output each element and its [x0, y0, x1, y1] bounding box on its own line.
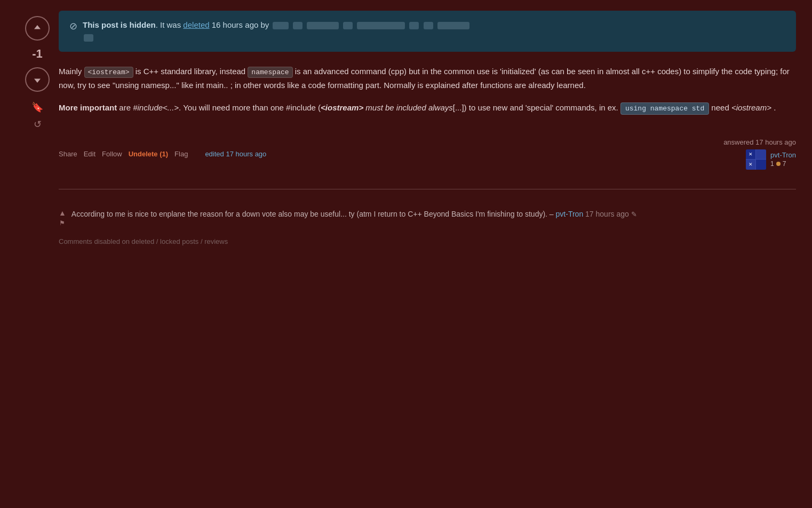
avatar: ✕ ✕: [746, 149, 766, 170]
redacted-name-7: [424, 22, 433, 29]
bookmark-icon[interactable]: 🔖: [31, 101, 43, 113]
section-divider: [59, 189, 796, 189]
comment-body: According to me is nice to enplane the r…: [71, 209, 637, 227]
redacted-name-1: [273, 22, 289, 29]
redacted-name-5: [357, 22, 405, 29]
upvote-button[interactable]: [25, 16, 50, 41]
comment-flag-icon[interactable]: ⚑: [59, 219, 65, 227]
avatar-cell-2: [756, 149, 766, 160]
downvote-button[interactable]: [25, 67, 50, 92]
post-body: Mainly <iostream> is C++ standard librar…: [59, 65, 796, 123]
avatar-cell-1: ✕: [746, 149, 756, 160]
hidden-text-strong: This post is hidden: [83, 20, 156, 29]
code-iostream: <iostream>: [84, 67, 133, 78]
action-icons: 🔖 ↺: [31, 101, 43, 130]
redacted-name-3: [307, 22, 339, 29]
comments-disabled-notice: Comments disabled on deleted / locked po…: [59, 233, 796, 245]
paragraph-2-end: .: [771, 103, 776, 112]
paragraph-2-mid2: . You will need more than one #include (: [179, 103, 321, 112]
hidden-text-before-link: . It was: [156, 20, 184, 29]
flag-link[interactable]: Flag: [174, 150, 188, 158]
comment-username[interactable]: pvt-Tron: [556, 210, 584, 218]
paragraph-1-start: Mainly: [59, 67, 84, 76]
comment-upvote-icon[interactable]: ▲: [59, 209, 66, 217]
bold-italic-iostream: <iostream>: [321, 103, 363, 112]
comment-vote-col: ▲ ⚑: [59, 209, 66, 227]
edited-link[interactable]: edited 17 hours ago: [205, 150, 266, 158]
paragraph-1-mid: is C++ standard library, instead: [133, 67, 248, 76]
italic-must-be: must be included always: [363, 103, 453, 112]
paragraph-2-mid3: [...]) to use new and 'special' commands…: [453, 103, 620, 112]
hidden-banner: ⊘ This post is hidden. It was deleted 16…: [59, 11, 796, 52]
comment-edit-icon[interactable]: ✎: [631, 210, 637, 218]
comment-item: ▲ ⚑ According to me is nice to enplane t…: [59, 209, 796, 227]
undelete-button[interactable]: Undelete (1): [129, 150, 168, 158]
code-using-namespace-std: using namespace std: [620, 102, 709, 115]
more-important-text: More important: [59, 103, 117, 112]
paragraph-2-mid4: need: [709, 103, 731, 112]
code-namespace: namespace: [248, 67, 292, 78]
comment-text: According to me is nice to enplane the r…: [71, 210, 556, 218]
comment-time: 17 hours ago: [583, 210, 629, 218]
paragraph-2: More important are #include<...>. You wi…: [59, 101, 796, 115]
deleted-link[interactable]: deleted: [183, 20, 209, 29]
downvote-icon: [33, 75, 42, 84]
avatar-cell-4: [756, 160, 766, 170]
hidden-text-after-link: 16 hours ago by: [210, 20, 269, 29]
answer-info: answered 17 hours ago ✕ ✕ pvt-Tron: [723, 138, 796, 170]
answered-text: answered 17 hours ago: [723, 138, 796, 146]
post-footer: Share Edit Follow Undelete (1) Flag edit…: [59, 132, 796, 176]
rep-score-2: 7: [783, 160, 786, 168]
redacted-name-9: [84, 34, 93, 42]
hidden-text: This post is hidden. It was deleted 16 h…: [83, 19, 471, 43]
content-column: ⊘ This post is hidden. It was deleted 16…: [59, 11, 796, 245]
rep-dot: [776, 162, 781, 166]
user-card: ✕ ✕ pvt-Tron 1 7: [746, 149, 796, 170]
italic-iostream-2: <iostream>: [731, 103, 771, 112]
comment-section: ▲ ⚑ According to me is nice to enplane t…: [59, 202, 796, 245]
redacted-name-2: [293, 22, 302, 29]
share-link[interactable]: Share: [59, 150, 77, 158]
paragraph-2-mid: are: [117, 103, 133, 112]
redacted-name-6: [409, 22, 419, 29]
vote-count: -1: [32, 47, 43, 61]
username-link[interactable]: pvt-Tron: [770, 151, 796, 159]
avatar-cell-3: ✕: [746, 160, 756, 170]
history-icon[interactable]: ↺: [34, 118, 42, 130]
rep-score: 1: [770, 160, 774, 168]
redacted-name-4: [343, 22, 353, 29]
hidden-icon: ⊘: [69, 20, 77, 32]
redacted-name-8: [437, 22, 469, 29]
avatar-pattern: ✕ ✕: [746, 149, 766, 170]
user-info: pvt-Tron 1 7: [770, 151, 796, 168]
italic-include: #include<...>: [133, 103, 179, 112]
vote-column: -1 🔖 ↺: [16, 11, 59, 245]
edit-link[interactable]: Edit: [84, 150, 95, 158]
upvote-icon: [33, 23, 42, 33]
paragraph-1: Mainly <iostream> is C++ standard librar…: [59, 65, 796, 92]
follow-link[interactable]: Follow: [102, 150, 122, 158]
user-reputation: 1 7: [770, 160, 796, 168]
